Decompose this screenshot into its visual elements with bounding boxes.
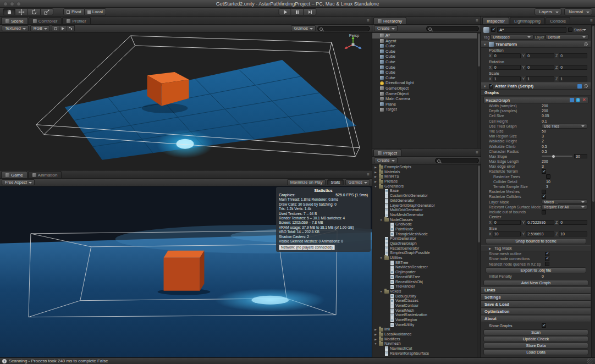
hierarchy-item[interactable]: Main Camera	[372, 96, 481, 102]
inspector-panel-menu-icon[interactable]: ≡	[590, 17, 594, 24]
graph-field-row[interactable]: Layer Mask Mixed ...	[481, 200, 591, 205]
project-item[interactable]: SimplestGraphPossible	[372, 251, 481, 256]
scale-z-field[interactable]: 1	[559, 76, 587, 81]
project-item[interactable]: DebugUtility	[372, 294, 481, 299]
field-value[interactable]: 200	[542, 103, 587, 108]
inspector-action-button[interactable]: Load Data	[483, 349, 588, 355]
inspector-scrollbar[interactable]	[591, 25, 595, 357]
stats-toggle[interactable]: Stats	[327, 179, 343, 185]
project-item[interactable]: Base	[372, 189, 481, 194]
scene-effects-toggle[interactable]	[67, 25, 75, 31]
project-item[interactable]: QuadtreeGraph	[372, 241, 481, 246]
toggle-checkbox[interactable]	[545, 262, 549, 266]
game-viewport[interactable]: Statistics Graphics: 525.0 FPS (1.9ms) M…	[0, 186, 372, 357]
pause-button[interactable]	[291, 8, 304, 15]
initial-penalty-value[interactable]: 0	[542, 274, 587, 279]
render-mode-dropdown[interactable]: RGB	[30, 25, 50, 31]
tag-dropdown[interactable]: Untagged	[491, 34, 533, 40]
scale-x-field[interactable]: 1	[493, 76, 521, 81]
zoom-window-icon[interactable]	[16, 2, 21, 6]
field-value[interactable]: 200	[542, 159, 587, 164]
project-item[interactable]: ▶ Modifiers	[372, 337, 481, 342]
graph-field-row[interactable]: Depth (samples) 200	[481, 108, 591, 113]
graph-field-row[interactable]: Use Tiled Graph Use Tiles	[481, 124, 591, 129]
orientation-gizmo[interactable]: Persp	[342, 35, 366, 37]
slider-track[interactable]	[542, 156, 572, 157]
script-doc-icon[interactable]	[577, 84, 582, 89]
graph-field-row[interactable]: Cell Size 0.05	[481, 113, 591, 118]
foldout-arrow-icon[interactable]: ▶	[373, 179, 378, 184]
center-x-field[interactable]: 0	[493, 220, 521, 225]
graph-field-row[interactable]: Walkable Climb 0.5	[481, 144, 591, 149]
hierarchy-panel-menu-icon[interactable]: ≡	[476, 17, 480, 24]
graph-field-row[interactable]: Cell Height 0.1	[481, 119, 591, 124]
foldout-arrow-icon[interactable]: ▼	[483, 85, 487, 88]
field-value[interactable]: 0.05	[542, 113, 587, 118]
inspector-section-header[interactable]: Links	[481, 287, 591, 294]
field-checkbox[interactable]	[542, 195, 546, 199]
pivot-toggle-button[interactable]: Pivot	[63, 8, 85, 15]
tab-game[interactable]: Game	[1, 171, 27, 178]
export-obj-button[interactable]: Export to .obj file	[486, 267, 586, 273]
tag-mask-foldout[interactable]: ▶ Tag Mask	[481, 245, 591, 251]
toggle-checkbox[interactable]	[545, 257, 549, 261]
gear-icon[interactable]	[583, 84, 588, 89]
minimize-window-icon[interactable]	[10, 2, 14, 6]
field-dropdown[interactable]: Require For All	[542, 205, 587, 209]
scene-lighting-toggle[interactable]	[52, 25, 59, 31]
foldout-arrow-icon[interactable]: ▼	[379, 218, 383, 223]
hierarchy-item[interactable]: Agent	[372, 38, 481, 44]
play-button[interactable]	[279, 8, 291, 15]
layer-dropdown[interactable]: Default	[546, 34, 588, 40]
hierarchy-item[interactable]: Cube	[372, 49, 481, 54]
foldout-arrow-icon[interactable]: ▶	[373, 174, 378, 179]
foldout-arrow-icon[interactable]: ▼	[373, 341, 378, 346]
project-panel-menu-icon[interactable]: ≡	[476, 149, 480, 156]
astar-component-header[interactable]: ▼ Astar Path (Script)	[481, 82, 591, 90]
graph-field-row[interactable]: Max edge error 3	[481, 164, 591, 169]
project-item[interactable]: CustomGridGenerator	[372, 194, 481, 198]
field-checkbox[interactable]	[542, 169, 546, 174]
rotation-z-field[interactable]: 0	[559, 65, 587, 70]
slider-thumb[interactable]	[552, 155, 555, 158]
project-item[interactable]: ▶ link	[372, 327, 481, 332]
project-item[interactable]: RecastMeshObj	[372, 280, 481, 285]
size-z-field[interactable]: 10	[559, 231, 587, 236]
size-x-field[interactable]: 10	[493, 231, 521, 236]
graph-field-row[interactable]: Character Radius 0.5	[481, 149, 591, 154]
project-item[interactable]: VoxelClasses	[372, 299, 481, 304]
hierarchy-item[interactable]: Cube	[372, 54, 481, 59]
graph-toggle-row[interactable]: Show node connections	[481, 256, 591, 261]
project-item[interactable]: ▶ LocalAvoidance	[372, 332, 481, 337]
project-create-dropdown[interactable]: Create	[374, 157, 398, 163]
layers-dropdown[interactable]: Layers	[535, 8, 561, 15]
hierarchy-item[interactable]: Directional light	[372, 80, 481, 86]
tab-inspector[interactable]: Inspector	[482, 17, 509, 24]
scene-viewport[interactable]: Persp	[0, 32, 372, 170]
draw-mode-dropdown[interactable]: Textured	[2, 25, 29, 31]
inspector-section-header[interactable]: About	[481, 316, 591, 322]
field-value[interactable]: 3	[546, 184, 587, 189]
hierarchy-scrollbar[interactable]	[477, 32, 481, 148]
inspector-section-header[interactable]: Settings	[481, 294, 591, 301]
field-slider[interactable]: 30	[542, 154, 587, 158]
resize-grip-icon[interactable]	[587, 359, 593, 364]
scene-panel-menu-icon[interactable]: ≡	[367, 17, 371, 24]
project-item[interactable]: TileHandler	[372, 284, 481, 289]
snap-bounds-button[interactable]: Snap bounds to scene	[486, 238, 586, 244]
project-item[interactable]: VoxelRasterization	[372, 313, 481, 318]
active-checkbox[interactable]	[491, 27, 495, 32]
field-dropdown[interactable]: Mixed ...	[542, 200, 587, 205]
foldout-arrow-icon[interactable]: ▶	[373, 170, 378, 175]
graph-field-row[interactable]: Relevant Graph Surface Mode Require For …	[481, 205, 591, 209]
project-item[interactable]: VoxelMesh	[372, 308, 481, 313]
project-item[interactable]: NavmeshCut	[372, 346, 481, 351]
hierarchy-item[interactable]: Target	[372, 107, 481, 112]
scale-y-field[interactable]: 1	[526, 76, 554, 81]
graph-field-row[interactable]: Walkable Height 2	[481, 139, 591, 144]
project-item[interactable]: VoxelContour	[372, 304, 481, 308]
project-item[interactable]: GridGenerator	[372, 198, 481, 203]
project-item[interactable]: PointGenerator	[372, 236, 481, 241]
inspector-action-button[interactable]: Update Check	[483, 336, 588, 342]
hierarchy-item[interactable]: GameObject	[372, 86, 481, 91]
